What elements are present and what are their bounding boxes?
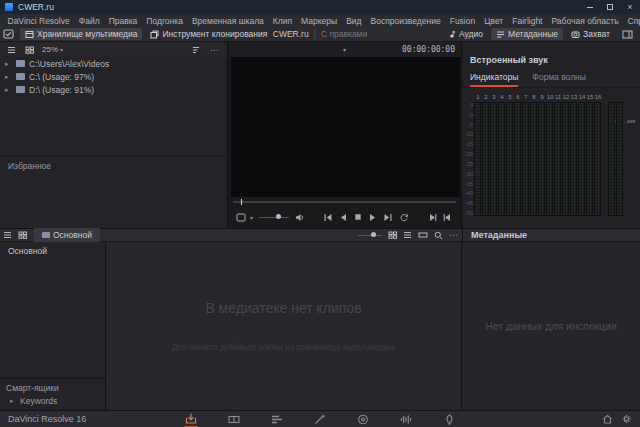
channel-meters [474, 102, 601, 216]
viewer-source-dropdown-icon[interactable]: ▾ [343, 46, 346, 53]
transport-controls: ▾ [233, 208, 456, 226]
metadata-empty-text: Нет данных для инспекции [485, 320, 617, 332]
metadata-panel-button[interactable]: Метаданные [491, 28, 563, 40]
bin-tab[interactable]: Основной [34, 228, 100, 242]
pool-strip-view-icon[interactable] [415, 231, 431, 239]
monitoring-meters [608, 102, 623, 216]
chevron-down-icon: ▾ [250, 214, 253, 221]
play-button[interactable] [365, 213, 380, 222]
mark-out-icon[interactable] [440, 213, 456, 222]
sort-icon[interactable] [189, 46, 204, 54]
drive-icon [16, 86, 25, 93]
source-viewer: ▾ [228, 57, 462, 228]
pool-list-view-icon[interactable] [400, 231, 415, 239]
db-label: -25 [465, 161, 473, 167]
audio-tabs: Индикаторы Форма волны [462, 65, 640, 88]
media-storage-button[interactable]: Хранилище мультимедиа [20, 28, 142, 40]
meter-bar-monitor-left [608, 102, 615, 216]
thumbnail-zoom-select[interactable]: 25% ▾ [40, 45, 65, 54]
fairlight-page-button[interactable] [400, 411, 413, 427]
menu-item[interactable]: Файл [74, 16, 104, 26]
menu-item[interactable]: Клип [268, 16, 296, 26]
storage-more-icon[interactable]: ⋯ [207, 45, 223, 55]
capture-button[interactable]: Захват [566, 28, 615, 40]
channel-number: 16 [594, 94, 602, 100]
menu-item[interactable]: Fusion [445, 16, 480, 26]
settings-gear-icon[interactable] [621, 414, 632, 424]
pool-grid-view-icon[interactable] [385, 231, 400, 239]
bin-list-item[interactable]: Основной [0, 242, 105, 260]
menu-item[interactable]: Цвет [480, 16, 508, 26]
tab-waveform[interactable]: Форма волны [532, 72, 586, 87]
audio-panel-button[interactable]: Аудио [443, 28, 488, 40]
chevron-right-icon[interactable]: ▸ [10, 397, 17, 405]
menu-item[interactable]: Подгонка [142, 16, 188, 26]
speaker-icon[interactable] [292, 213, 308, 222]
bin-list-view-icon[interactable] [0, 231, 15, 239]
close-button[interactable]: × [620, 0, 640, 14]
cut-page-button[interactable] [228, 411, 241, 427]
list-view-icon[interactable] [4, 46, 19, 54]
empty-pool-title: В медиатеке нет клипов [205, 300, 361, 316]
tab-indicators[interactable]: Индикаторы [470, 72, 518, 87]
empty-pool-subtitle: Для начала добавьте клипы из хранилища м… [172, 342, 395, 352]
mark-in-icon[interactable] [424, 213, 440, 222]
menu-item[interactable]: Вид [342, 16, 366, 26]
pool-more-icon[interactable]: ⋯ [446, 230, 462, 240]
stop-button[interactable] [351, 213, 365, 221]
scrub-bar[interactable] [233, 199, 456, 205]
metadata-panel-label: Метаданные [508, 29, 558, 39]
thumbnail-size-slider[interactable] [358, 231, 382, 239]
chevron-right-icon[interactable]: ▸ [5, 60, 12, 68]
volume-slider[interactable] [259, 213, 289, 221]
maximize-button[interactable] [600, 0, 620, 14]
channel-number: 8 [530, 94, 538, 100]
last-frame-button[interactable] [380, 213, 396, 222]
loop-button[interactable] [396, 213, 412, 222]
scrub-track[interactable] [233, 201, 456, 203]
keywords-row[interactable]: ▸ Keywords [0, 393, 105, 406]
channel-number: 3 [490, 94, 498, 100]
project-manager-icon[interactable] [602, 414, 613, 424]
media-storage-toggle-icon[interactable] [0, 29, 17, 39]
tree-row[interactable]: ▸ C:\ (Usage: 97%) [0, 70, 227, 83]
menu-item[interactable]: Справка [623, 16, 640, 26]
step-back-button[interactable] [336, 213, 351, 222]
deliver-page-button[interactable] [443, 411, 456, 427]
meter-bar [578, 102, 585, 216]
channel-number: 11 [554, 94, 562, 100]
app-version-label: DaVinci Resolve 16 [0, 414, 86, 424]
menu-item[interactable]: Временная шкала [187, 16, 268, 26]
media-page-button[interactable] [185, 411, 198, 427]
minimize-button[interactable] [580, 0, 600, 14]
menu-item[interactable]: Правка [104, 16, 142, 26]
project-title-separator: | [314, 29, 316, 39]
fusion-page-button[interactable] [314, 411, 327, 427]
db-label: -35 [465, 181, 473, 187]
tree-row[interactable]: ▸ D:\ (Usage: 91%) [0, 83, 227, 96]
meter-bar [530, 102, 537, 216]
menu-item[interactable]: Воспроизведение [366, 16, 445, 26]
playhead[interactable] [241, 199, 242, 205]
bin-thumbnail-view-icon[interactable] [15, 231, 30, 239]
metadata-title: Метаданные [463, 230, 527, 240]
first-frame-button[interactable] [320, 213, 336, 222]
tree-row[interactable]: ▸ C:\Users\Alex\Videos [0, 57, 227, 70]
thumbnail-view-icon[interactable] [22, 46, 37, 54]
tree-row-label: C:\ (Usage: 97%) [29, 72, 94, 82]
menu-item[interactable]: Маркеры [297, 16, 342, 26]
search-icon[interactable] [431, 231, 446, 240]
db-label: -5 [468, 122, 473, 128]
chevron-right-icon[interactable]: ▸ [5, 73, 12, 81]
clone-tool-label: Инструмент клонирования [162, 29, 267, 39]
menu-item[interactable]: Рабочая область [547, 16, 623, 26]
color-page-button[interactable] [357, 411, 370, 427]
clone-tool-button[interactable]: Инструмент клонирования [145, 28, 272, 40]
clip-options-button[interactable]: ▾ [233, 213, 256, 222]
menu-item[interactable]: DaVinci Resolve [3, 16, 74, 26]
channel-number: 1 [474, 94, 482, 100]
chevron-right-icon[interactable]: ▸ [5, 86, 12, 94]
menu-item[interactable]: Fairlight [508, 16, 547, 26]
edit-page-button[interactable] [271, 411, 284, 427]
panel-layout-icon[interactable] [619, 30, 636, 39]
